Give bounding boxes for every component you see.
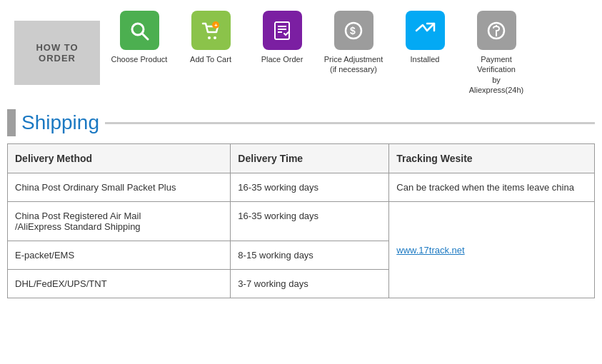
step-payment-verification: Payment Verificationby Aliexpress(24h) xyxy=(464,11,528,95)
svg-point-3 xyxy=(214,36,216,39)
tracking-link[interactable]: www.17track.net xyxy=(396,245,464,256)
col-header-time: Delivery Time xyxy=(231,144,389,173)
table-row: China Post Ordinary Small Packet Plus 16… xyxy=(8,173,595,202)
row3-time: 8-15 working days xyxy=(231,241,389,270)
steps-container: Choose Product + Add To Cart xyxy=(107,11,528,95)
shipping-table-wrapper: Delivery Method Delivery Time Tracking W… xyxy=(7,143,595,298)
svg-point-2 xyxy=(208,36,211,39)
shipping-bar-decoration xyxy=(7,109,16,136)
svg-rect-6 xyxy=(275,22,289,39)
step-installed-label: Installed xyxy=(411,54,440,64)
row2-method: China Post Registered Air Mail/AliExpres… xyxy=(8,202,231,241)
step-installed: Installed xyxy=(393,11,457,64)
shipping-table: Delivery Method Delivery Time Tracking W… xyxy=(7,143,595,298)
svg-text:+: + xyxy=(214,22,218,29)
step-price-adjustment: $ Price Adjustment(if necessary) xyxy=(321,11,386,75)
step-payment-verification-label: Payment Verificationby Aliexpress(24h) xyxy=(464,54,528,95)
row2-time: 16-35 working days xyxy=(231,202,389,241)
payment-icon xyxy=(477,11,516,50)
step-price-adjustment-label: Price Adjustment(if necessary) xyxy=(324,54,383,75)
order-icon xyxy=(263,11,302,50)
row1-time: 16-35 working days xyxy=(231,173,389,202)
col-header-tracking: Tracking Wesite xyxy=(389,144,595,173)
svg-text:$: $ xyxy=(350,25,356,36)
step-add-to-cart-label: Add To Cart xyxy=(190,54,231,64)
price-icon: $ xyxy=(334,11,373,50)
search-icon xyxy=(120,11,159,50)
table-row: China Post Registered Air Mail/AliExpres… xyxy=(8,202,595,241)
step-add-to-cart: + Add To Cart xyxy=(179,11,243,64)
col-header-method: Delivery Method xyxy=(8,144,231,173)
shipping-line-decoration xyxy=(105,122,595,124)
table-header-row: Delivery Method Delivery Time Tracking W… xyxy=(8,144,595,173)
how-to-order-label: HOW TO ORDER xyxy=(14,21,100,85)
row1-tracking: Can be tracked when the items leave chin… xyxy=(389,173,595,202)
step-place-order: Place Order xyxy=(250,11,314,64)
step-place-order-label: Place Order xyxy=(261,54,303,64)
row4-method: DHL/FedEX/UPS/TNT xyxy=(8,270,231,298)
shipping-header: Shipping xyxy=(7,109,595,136)
step-choose-product: Choose Product xyxy=(107,11,171,64)
row3-method: E-packet/EMS xyxy=(8,241,231,270)
row4-time: 3-7 working days xyxy=(231,270,389,298)
cart-icon: + xyxy=(191,11,231,50)
row2-tracking: www.17track.net xyxy=(389,202,595,298)
shipping-title: Shipping xyxy=(21,111,99,134)
step-choose-product-label: Choose Product xyxy=(111,54,168,64)
how-to-order-section: HOW TO ORDER Choose Product + xyxy=(0,0,602,106)
svg-point-15 xyxy=(496,33,497,34)
svg-line-1 xyxy=(142,34,148,39)
installed-icon xyxy=(406,11,445,50)
row1-method: China Post Ordinary Small Packet Plus xyxy=(8,173,231,202)
